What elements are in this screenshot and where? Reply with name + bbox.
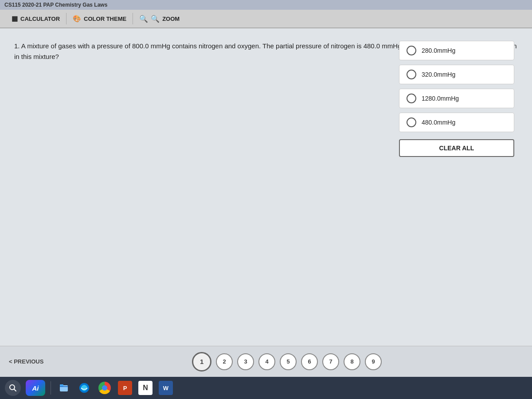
taskbar-ai-button[interactable]: Ai bbox=[24, 379, 47, 397]
ai-label: Ai bbox=[32, 384, 39, 392]
answer-option-4[interactable]: 480.0mmHg bbox=[399, 113, 514, 132]
answer-label-3: 1280.0mmHg bbox=[422, 95, 459, 102]
answer-option-2[interactable]: 320.0mmHg bbox=[399, 65, 514, 84]
svg-line-1 bbox=[14, 389, 16, 391]
taskbar-file-manager[interactable] bbox=[55, 379, 73, 397]
chrome-icon bbox=[98, 382, 111, 394]
ai-icon: Ai bbox=[26, 380, 45, 396]
powerpoint-label: P bbox=[123, 385, 127, 391]
powerpoint-icon: P bbox=[118, 381, 132, 395]
taskbar-edge-button[interactable] bbox=[75, 379, 94, 397]
color-theme-label: COLOR THEME bbox=[84, 16, 126, 22]
taskbar-chrome-button[interactable] bbox=[95, 379, 114, 397]
svg-rect-2 bbox=[60, 385, 68, 391]
main-content: 1. A mixture of gases with a pressure of… bbox=[0, 28, 532, 346]
radio-button-4[interactable] bbox=[407, 117, 416, 127]
page-button-7[interactable]: 7 bbox=[322, 353, 339, 370]
page-button-4[interactable]: 4 bbox=[258, 353, 275, 370]
taskbar-powerpoint-button[interactable]: P bbox=[116, 379, 134, 397]
toolbar: ▦ CALCULATOR 🎨 COLOR THEME 🔍 🔍 ZOOM bbox=[0, 10, 532, 28]
page-button-1[interactable]: 1 bbox=[192, 352, 211, 372]
search-icon bbox=[5, 380, 21, 396]
question-number: 1. bbox=[14, 42, 20, 50]
answer-label-1: 280.0mmHg bbox=[422, 47, 455, 54]
zoom-in-icon[interactable]: 🔍 bbox=[139, 15, 148, 23]
page-button-3[interactable]: 3 bbox=[237, 353, 254, 370]
word-icon: W bbox=[159, 381, 173, 395]
taskbar-divider bbox=[51, 381, 51, 395]
answer-option-1[interactable]: 280.0mmHg bbox=[399, 41, 514, 60]
color-theme-button[interactable]: 🎨 COLOR THEME bbox=[66, 13, 133, 24]
radio-button-3[interactable] bbox=[407, 94, 416, 103]
zoom-label: ZOOM bbox=[162, 16, 180, 22]
taskbar-notion-button[interactable]: N bbox=[136, 379, 155, 397]
previous-label: < PREVIOUS bbox=[9, 358, 43, 365]
page-button-9[interactable]: 9 bbox=[365, 353, 382, 370]
calculator-icon: ▦ bbox=[12, 15, 18, 23]
page-button-8[interactable]: 8 bbox=[344, 353, 360, 370]
color-theme-icon: 🎨 bbox=[73, 15, 81, 23]
answer-option-3[interactable]: 1280.0mmHg bbox=[399, 89, 514, 108]
zoom-controls: 🔍 🔍 ZOOM bbox=[133, 13, 186, 25]
notion-icon: N bbox=[138, 381, 153, 395]
word-label: W bbox=[163, 385, 168, 391]
answer-label-4: 480.0mmHg bbox=[422, 119, 455, 126]
page-button-5[interactable]: 5 bbox=[280, 353, 297, 370]
answers-panel: 280.0mmHg 320.0mmHg 1280.0mmHg 480.0mmHg… bbox=[399, 41, 514, 157]
radio-button-1[interactable] bbox=[407, 46, 416, 55]
page-numbers: 1 2 3 4 5 6 7 8 9 bbox=[51, 352, 523, 372]
page-button-2[interactable]: 2 bbox=[216, 353, 233, 370]
taskbar-search-button[interactable] bbox=[4, 379, 22, 397]
taskbar: Ai P N W bbox=[0, 377, 532, 399]
previous-button[interactable]: < PREVIOUS bbox=[9, 358, 43, 365]
file-manager-icon bbox=[59, 383, 69, 393]
page-button-6[interactable]: 6 bbox=[301, 353, 318, 370]
bottom-navigation: < PREVIOUS 1 2 3 4 5 6 7 8 9 bbox=[0, 346, 532, 377]
notion-label: N bbox=[143, 384, 148, 392]
title-bar: CS115 2020-21 PAP Chemistry Gas Laws bbox=[0, 0, 532, 10]
calculator-button[interactable]: ▦ CALCULATOR bbox=[5, 13, 66, 24]
edge-icon bbox=[78, 382, 90, 394]
calculator-label: CALCULATOR bbox=[20, 16, 60, 22]
title-text: CS115 2020-21 PAP Chemistry Gas Laws bbox=[4, 2, 107, 8]
zoom-out-icon[interactable]: 🔍 bbox=[151, 15, 160, 23]
clear-all-button[interactable]: CLEAR ALL bbox=[399, 139, 514, 157]
answer-label-2: 320.0mmHg bbox=[422, 71, 455, 78]
taskbar-word-button[interactable]: W bbox=[156, 379, 175, 397]
radio-button-2[interactable] bbox=[407, 70, 416, 79]
svg-rect-3 bbox=[60, 384, 63, 386]
